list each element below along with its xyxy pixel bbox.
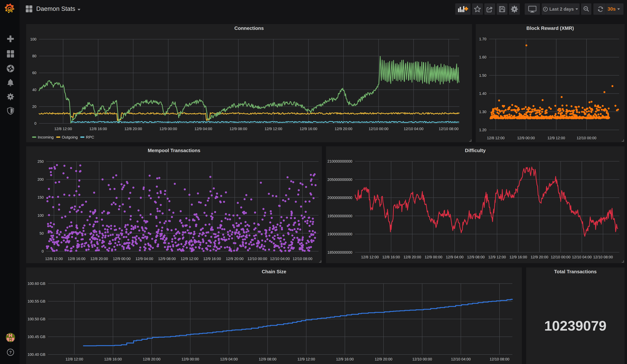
svg-text:12/9 16:00: 12/9 16:00 xyxy=(300,127,317,131)
svg-text:1.60: 1.60 xyxy=(479,55,486,59)
svg-text:12/8 16:00: 12/8 16:00 xyxy=(382,255,400,259)
svg-text:100.40 GB: 100.40 GB xyxy=(27,352,45,357)
svg-text:10239079: 10239079 xyxy=(544,318,607,334)
svg-text:12/10 04:00: 12/10 04:00 xyxy=(572,255,592,259)
svg-text:50: 50 xyxy=(40,231,44,235)
svg-text:12/8 12:00: 12/8 12:00 xyxy=(487,136,505,140)
svg-text:12/10 08:00: 12/10 08:00 xyxy=(593,255,613,259)
svg-text:12/8 20:00: 12/8 20:00 xyxy=(124,127,142,131)
svg-text:Chain Size: Chain Size xyxy=(262,269,286,274)
svg-text:Difficulty: Difficulty xyxy=(465,148,486,153)
svg-text:195000000000: 195000000000 xyxy=(327,214,352,218)
svg-text:?: ? xyxy=(9,350,12,355)
svg-text:12/9 20:00: 12/9 20:00 xyxy=(531,255,548,259)
svg-text:200: 200 xyxy=(38,177,44,181)
svg-text:12/10 04:00: 12/10 04:00 xyxy=(270,257,290,261)
svg-text:12/10 04:00: 12/10 04:00 xyxy=(451,357,471,361)
svg-text:80: 80 xyxy=(32,54,36,58)
svg-text:12/8 12:00: 12/8 12:00 xyxy=(361,255,379,259)
svg-text:12/9 12:00: 12/9 12:00 xyxy=(547,136,565,140)
svg-text:1.40: 1.40 xyxy=(479,92,486,96)
svg-text:12/9 16:00: 12/9 16:00 xyxy=(336,357,354,361)
svg-text:12/10 04:00: 12/10 04:00 xyxy=(404,127,423,131)
svg-text:200000000000: 200000000000 xyxy=(327,196,352,200)
svg-text:Total Transactions: Total Transactions xyxy=(554,269,597,274)
svg-text:12/10 00:00: 12/10 00:00 xyxy=(247,257,267,261)
svg-text:12/9 00:00: 12/9 00:00 xyxy=(181,357,199,361)
svg-text:12/8 16:00: 12/8 16:00 xyxy=(104,357,122,361)
svg-text:Incoming: Incoming xyxy=(38,135,53,139)
svg-text:100: 100 xyxy=(30,37,36,41)
svg-text:12/9 08:00: 12/9 08:00 xyxy=(259,357,276,361)
svg-text:190000000000: 190000000000 xyxy=(327,232,352,236)
svg-text:Block Reward (XMR): Block Reward (XMR) xyxy=(526,25,574,31)
svg-text:60: 60 xyxy=(32,71,36,75)
svg-text:12/9 20:00: 12/9 20:00 xyxy=(375,357,392,361)
svg-text:12/9 04:00: 12/9 04:00 xyxy=(195,127,212,131)
svg-text:1.30: 1.30 xyxy=(479,110,486,114)
svg-text:210000000000: 210000000000 xyxy=(327,159,352,163)
svg-text:12/10 00:00: 12/10 00:00 xyxy=(412,357,432,361)
svg-text:12/9 12:00: 12/9 12:00 xyxy=(181,257,199,261)
svg-text:RPC: RPC xyxy=(86,135,94,139)
svg-text:12/10 00:00: 12/10 00:00 xyxy=(368,127,388,131)
svg-text:12/10 08:00: 12/10 08:00 xyxy=(490,357,509,361)
svg-text:100.60 GB: 100.60 GB xyxy=(27,281,45,286)
svg-text:150: 150 xyxy=(38,195,44,199)
svg-text:100.50 GB: 100.50 GB xyxy=(27,317,45,321)
svg-text:12/10 08:00: 12/10 08:00 xyxy=(293,257,312,261)
svg-text:20: 20 xyxy=(32,104,36,109)
svg-text:12/8 12:00: 12/8 12:00 xyxy=(54,127,72,131)
svg-text:Connections: Connections xyxy=(234,25,264,31)
svg-text:12/8 20:00: 12/8 20:00 xyxy=(90,257,108,261)
svg-text:40: 40 xyxy=(32,88,36,92)
svg-text:12/9 20:00: 12/9 20:00 xyxy=(335,127,352,131)
svg-text:1.70: 1.70 xyxy=(479,37,486,41)
svg-text:12/9 12:00: 12/9 12:00 xyxy=(264,127,282,131)
svg-text:12/8 20:00: 12/8 20:00 xyxy=(143,357,160,361)
svg-text:12/8 16:00: 12/8 16:00 xyxy=(89,127,107,131)
svg-text:12/9 16:00: 12/9 16:00 xyxy=(203,257,221,261)
svg-text:1.50: 1.50 xyxy=(479,73,486,77)
svg-text:12/9 04:00: 12/9 04:00 xyxy=(220,357,238,361)
svg-text:12/9 16:00: 12/9 16:00 xyxy=(509,255,527,259)
svg-text:100: 100 xyxy=(38,213,44,217)
svg-text:185000000000: 185000000000 xyxy=(327,250,352,255)
svg-text:12/9 12:00: 12/9 12:00 xyxy=(297,357,315,361)
svg-text:12/9 12:00: 12/9 12:00 xyxy=(488,255,506,259)
svg-text:12/9 08:00: 12/9 08:00 xyxy=(158,257,176,261)
svg-text:100.45 GB: 100.45 GB xyxy=(27,335,45,339)
svg-text:12/8 12:00: 12/8 12:00 xyxy=(65,357,83,361)
svg-text:Outgoing: Outgoing xyxy=(62,135,78,139)
svg-text:12/9 00:00: 12/9 00:00 xyxy=(425,255,442,259)
svg-text:12/9 00:00: 12/9 00:00 xyxy=(113,257,131,261)
svg-text:12/8 20:00: 12/8 20:00 xyxy=(404,255,421,259)
svg-text:1.20: 1.20 xyxy=(479,128,486,132)
svg-text:12/8 12:00: 12/8 12:00 xyxy=(45,257,63,261)
svg-text:12/9 00:00: 12/9 00:00 xyxy=(159,127,177,131)
svg-text:12/9 08:00: 12/9 08:00 xyxy=(229,127,247,131)
svg-text:12/9 00:00: 12/9 00:00 xyxy=(517,136,535,140)
svg-text:250: 250 xyxy=(38,159,44,163)
svg-text:12/9 08:00: 12/9 08:00 xyxy=(467,255,485,259)
svg-text:12/8 16:00: 12/8 16:00 xyxy=(68,257,86,261)
svg-text:Mempool Transactions: Mempool Transactions xyxy=(148,148,200,153)
svg-text:12/10 00:00: 12/10 00:00 xyxy=(576,136,596,140)
svg-text:12/9 04:00: 12/9 04:00 xyxy=(136,257,153,261)
svg-text:12/10 00:00: 12/10 00:00 xyxy=(551,255,571,259)
svg-text:12/10 08:00: 12/10 08:00 xyxy=(439,127,459,131)
svg-text:0: 0 xyxy=(34,121,36,125)
svg-text:12/9 04:00: 12/9 04:00 xyxy=(446,255,464,259)
svg-text:205000000000: 205000000000 xyxy=(327,177,352,182)
svg-text:12/9 20:00: 12/9 20:00 xyxy=(226,257,244,261)
svg-text:100.55 GB: 100.55 GB xyxy=(27,299,45,303)
svg-text:0: 0 xyxy=(42,249,44,253)
